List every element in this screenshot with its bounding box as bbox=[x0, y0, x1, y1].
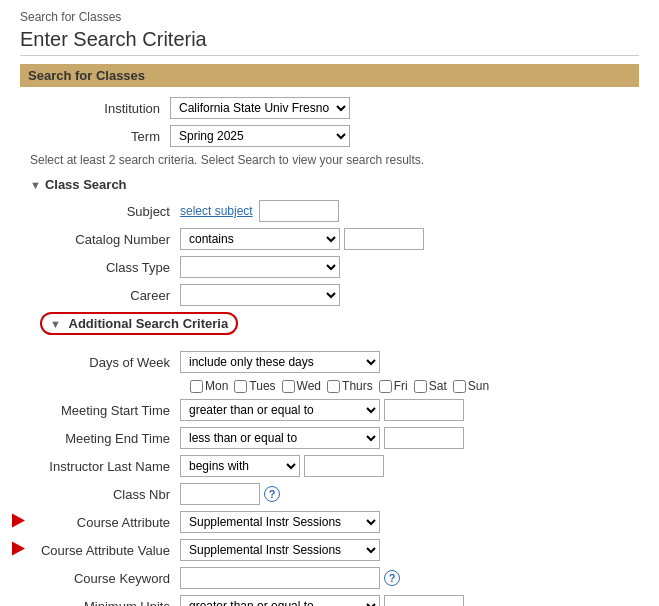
tues-checkbox-label[interactable]: Tues bbox=[234, 379, 275, 393]
tues-checkbox[interactable] bbox=[234, 380, 247, 393]
course-attribute-select[interactable]: Supplemental Instr Sessions bbox=[180, 511, 380, 533]
subject-row: Subject select subject bbox=[30, 200, 639, 222]
class-type-label: Class Type bbox=[30, 260, 180, 275]
sun-checkbox[interactable] bbox=[453, 380, 466, 393]
sun-checkbox-label[interactable]: Sun bbox=[453, 379, 489, 393]
course-keyword-row: Course Keyword ? bbox=[30, 567, 639, 589]
course-attribute-label: Course Attribute bbox=[30, 515, 180, 530]
fri-checkbox[interactable] bbox=[379, 380, 392, 393]
sat-checkbox-label[interactable]: Sat bbox=[414, 379, 447, 393]
additional-criteria-fields: Days of Week include only these days inc… bbox=[30, 351, 639, 606]
sat-checkbox[interactable] bbox=[414, 380, 427, 393]
select-subject-link[interactable]: select subject bbox=[180, 204, 253, 218]
instructor-row: Instructor Last Name begins with contain… bbox=[30, 455, 639, 477]
career-label: Career bbox=[30, 288, 180, 303]
course-keyword-help-icon[interactable]: ? bbox=[384, 570, 400, 586]
catalog-number-input[interactable] bbox=[344, 228, 424, 250]
instructor-input[interactable] bbox=[304, 455, 384, 477]
catalog-number-label: Catalog Number bbox=[30, 232, 180, 247]
additional-criteria-section[interactable]: ▼ Additional Search Criteria bbox=[40, 312, 238, 335]
course-attribute-row: Course Attribute Supplemental Instr Sess… bbox=[30, 511, 639, 533]
page-container: Search for Classes Enter Search Criteria… bbox=[0, 0, 659, 606]
meeting-start-select[interactable]: greater than or equal to less than or eq… bbox=[180, 399, 380, 421]
class-type-row: Class Type bbox=[30, 256, 639, 278]
days-of-week-label: Days of Week bbox=[30, 355, 180, 370]
mon-checkbox-label[interactable]: Mon bbox=[190, 379, 228, 393]
term-select[interactable]: Spring 2025 bbox=[170, 125, 350, 147]
institution-select[interactable]: California State Univ Fresno bbox=[170, 97, 350, 119]
course-keyword-label: Course Keyword bbox=[30, 571, 180, 586]
days-of-week-row: Days of Week include only these days inc… bbox=[30, 351, 639, 373]
days-checkboxes-row: Mon Tues Wed Thurs Fri Sat Sun bbox=[190, 379, 639, 393]
breadcrumb: Search for Classes bbox=[20, 10, 639, 24]
meeting-end-row: Meeting End Time less than or equal to g… bbox=[30, 427, 639, 449]
meeting-start-label: Meeting Start Time bbox=[30, 403, 180, 418]
class-search-label: Class Search bbox=[45, 177, 127, 192]
instructor-label: Instructor Last Name bbox=[30, 459, 180, 474]
minimum-units-label: Minimum Units bbox=[30, 599, 180, 607]
minimum-units-input[interactable] bbox=[384, 595, 464, 606]
subject-input[interactable] bbox=[259, 200, 339, 222]
course-attribute-value-label: Course Attribute Value bbox=[30, 543, 180, 558]
class-search-section: ▼ Class Search Subject select subject Ca… bbox=[20, 177, 639, 306]
meeting-start-row: Meeting Start Time greater than or equal… bbox=[30, 399, 639, 421]
fri-checkbox-label[interactable]: Fri bbox=[379, 379, 408, 393]
institution-row: Institution California State Univ Fresno bbox=[20, 97, 639, 119]
additional-toggle-arrow: ▼ bbox=[50, 318, 61, 330]
institution-label: Institution bbox=[20, 101, 170, 116]
class-type-select[interactable] bbox=[180, 256, 340, 278]
thurs-checkbox-label[interactable]: Thurs bbox=[327, 379, 373, 393]
mon-checkbox[interactable] bbox=[190, 380, 203, 393]
instructor-select[interactable]: begins with contains is exactly bbox=[180, 455, 300, 477]
thurs-checkbox[interactable] bbox=[327, 380, 340, 393]
section-header: Search for Classes bbox=[20, 64, 639, 87]
career-row: Career bbox=[30, 284, 639, 306]
class-search-toggle[interactable]: ▼ Class Search bbox=[30, 177, 639, 192]
class-nbr-row: Class Nbr ? bbox=[30, 483, 639, 505]
meeting-start-input[interactable] bbox=[384, 399, 464, 421]
wed-checkbox-label[interactable]: Wed bbox=[282, 379, 321, 393]
catalog-number-select[interactable]: contains is exactly begins with ends wit… bbox=[180, 228, 340, 250]
course-attribute-value-select[interactable]: Supplemental Instr Sessions bbox=[180, 539, 380, 561]
minimum-units-select[interactable]: greater than or equal to less than or eq… bbox=[180, 595, 380, 606]
term-label: Term bbox=[20, 129, 170, 144]
class-nbr-help-icon[interactable]: ? bbox=[264, 486, 280, 502]
minimum-units-row: Minimum Units greater than or equal to l… bbox=[30, 595, 639, 606]
additional-criteria-label: Additional Search Criteria bbox=[69, 316, 229, 331]
info-text: Select at least 2 search criteria. Selec… bbox=[30, 153, 639, 167]
toggle-arrow-icon: ▼ bbox=[30, 179, 41, 191]
class-search-fields: Subject select subject Catalog Number co… bbox=[30, 200, 639, 306]
course-attribute-value-row: Course Attribute Value Supplemental Inst… bbox=[30, 539, 639, 561]
catalog-number-row: Catalog Number contains is exactly begin… bbox=[30, 228, 639, 250]
course-attribute-value-arrow-icon bbox=[12, 542, 25, 556]
meeting-end-select[interactable]: less than or equal to greater than or eq… bbox=[180, 427, 380, 449]
wed-checkbox[interactable] bbox=[282, 380, 295, 393]
subject-label: Subject bbox=[30, 204, 180, 219]
course-attribute-arrow-icon bbox=[12, 514, 25, 528]
meeting-end-input[interactable] bbox=[384, 427, 464, 449]
class-nbr-input[interactable] bbox=[180, 483, 260, 505]
term-row: Term Spring 2025 bbox=[20, 125, 639, 147]
page-title: Enter Search Criteria bbox=[20, 28, 639, 56]
class-nbr-label: Class Nbr bbox=[30, 487, 180, 502]
course-keyword-input[interactable] bbox=[180, 567, 380, 589]
meeting-end-label: Meeting End Time bbox=[30, 431, 180, 446]
career-select[interactable] bbox=[180, 284, 340, 306]
days-of-week-select[interactable]: include only these days include any of t… bbox=[180, 351, 380, 373]
